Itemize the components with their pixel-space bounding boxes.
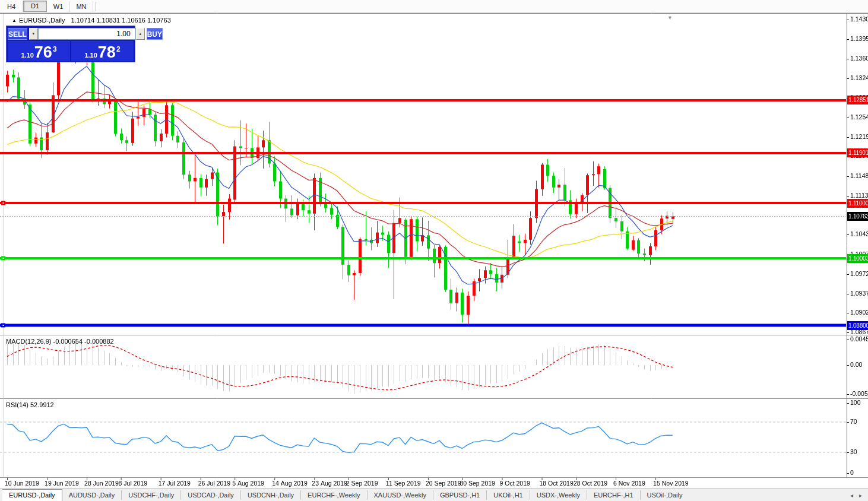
rsi-indicator-label: RSI(14) 52.9912	[6, 401, 54, 408]
sell-price-pip-digit: 3	[53, 45, 57, 53]
chart-tab-usdcad-daily[interactable]: USDCAD-,Daily	[180, 490, 240, 500]
terminal-window: H4D1W1MN ▲EURUSD-,Daily1.10714 1.10831 1…	[0, 0, 868, 501]
chart-symbol-label: EURUSD-,Daily	[19, 17, 65, 24]
one-click-trading-panel: SELL ▾ ▴ BUY 1.10 76 3 1.10 78 2	[6, 26, 135, 62]
chart-tab-usdchf-daily[interactable]: USDCHF-,Daily	[121, 490, 180, 500]
macd-name: MACD(12,26,9)	[6, 338, 51, 345]
volume-stepper: ▾ ▴	[29, 28, 145, 40]
toolbar-divider	[96, 2, 96, 11]
price-chart-canvas[interactable]	[0, 13, 868, 489]
chart-tab-xauusd-weekly[interactable]: XAUUSD-,Weekly	[367, 490, 433, 500]
volume-decrease-button[interactable]: ▾	[29, 28, 38, 40]
level-badge-1[interactable]: 1.11901	[847, 148, 868, 157]
chart-tab-usdx-weekly[interactable]: USDX-,Weekly	[530, 490, 587, 500]
chart-shift-icon[interactable]: ▼	[667, 15, 673, 21]
tab-scroll-left-icon[interactable]: ◂	[850, 492, 853, 499]
buy-price-pip-digit: 2	[116, 45, 121, 53]
buy-price-display[interactable]: 1.10 78 2	[71, 42, 134, 61]
tab-scroll-controls: ◂ ▸	[850, 492, 862, 499]
chart-tab-usdcnh-daily[interactable]: USDCNH-,Daily	[240, 490, 300, 500]
chart-ohlc-header: ▲EURUSD-,Daily1.10714 1.10831 1.10616 1.…	[12, 17, 171, 24]
level-badge-0[interactable]: 1.12851	[847, 96, 868, 104]
timeframe-button-mn[interactable]: MN	[70, 1, 93, 12]
current-price-badge: 1.10763	[847, 212, 868, 221]
symbol-marker-icon: ▲	[12, 18, 17, 23]
rsi-value: 52.9912	[30, 401, 54, 408]
chart-tab-eurchf-h1[interactable]: EURCHF-,H1	[587, 490, 640, 500]
timeframe-button-h4[interactable]: H4	[0, 1, 23, 12]
chart-window: ▲EURUSD-,Daily1.10714 1.10831 1.10616 1.…	[0, 13, 868, 489]
chart-tab-gbpusd-h1[interactable]: GBPUSD-,H1	[433, 490, 486, 500]
chart-ohlc-values: 1.10714 1.10831 1.10616 1.10763	[71, 17, 171, 24]
sell-button[interactable]: SELL	[8, 28, 27, 40]
timeframe-toolbar: H4D1W1MN	[0, 0, 868, 13]
buy-price-big-digits: 78	[98, 44, 116, 61]
macd-indicator-label: MACD(12,26,9) -0.000654 -0.000882	[6, 338, 114, 345]
macd-values: -0.000654 -0.000882	[53, 338, 113, 345]
rsi-name: RSI(14)	[6, 401, 28, 408]
chart-tab-eurchf-weekly[interactable]: EURCHF-,Weekly	[300, 490, 366, 500]
level-badge-4[interactable]: 1.08800	[847, 321, 868, 330]
chart-tab-audusd-daily[interactable]: AUDUSD-,Daily	[62, 490, 122, 500]
level-badge-3[interactable]: 1.10003	[847, 254, 868, 263]
level-badge-2[interactable]: 1.11000	[847, 199, 868, 208]
timeframe-button-w1[interactable]: W1	[47, 1, 70, 12]
buy-price-prefix: 1.10	[84, 52, 97, 59]
chart-tab-ukoil-h1[interactable]: UKOil-,H1	[486, 490, 530, 500]
chart-tab-eurusd-daily[interactable]: EURUSD-,Daily	[2, 489, 62, 501]
sell-price-big-digits: 76	[34, 44, 52, 61]
buy-button[interactable]: BUY	[147, 28, 163, 40]
timeframe-button-d1[interactable]: D1	[23, 1, 47, 12]
sell-price-display[interactable]: 1.10 76 3	[8, 42, 70, 61]
chart-tab-usoil-daily[interactable]: USOil-,Daily	[640, 490, 689, 500]
sell-price-prefix: 1.10	[21, 52, 33, 59]
tab-scroll-right-icon[interactable]: ▸	[859, 492, 862, 499]
volume-input[interactable]	[38, 28, 136, 40]
symbol-tab-bar: EURUSD-,DailyAUDUSD-,DailyUSDCHF-,DailyU…	[0, 489, 868, 501]
volume-increase-button[interactable]: ▴	[136, 28, 145, 40]
